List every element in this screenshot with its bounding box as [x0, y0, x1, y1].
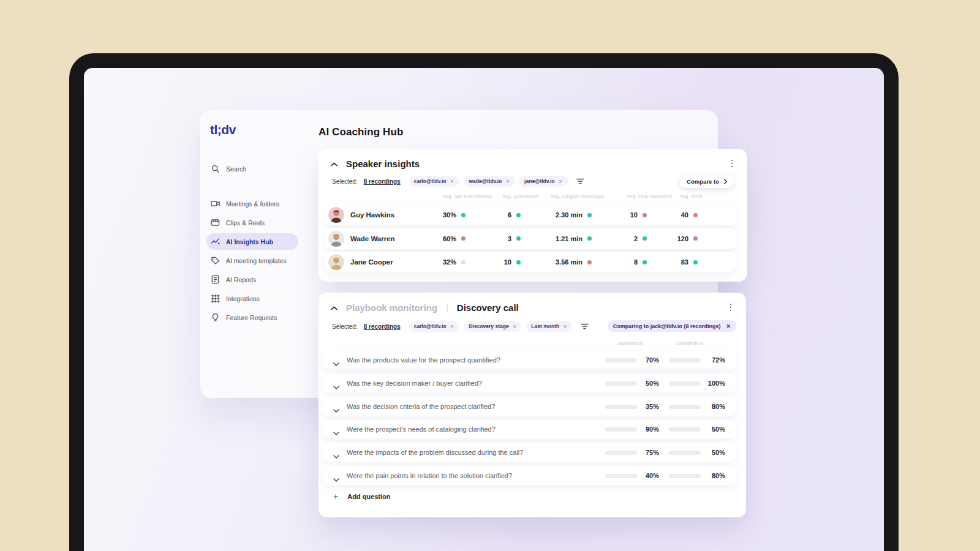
- question-row[interactable]: Was the key decision maker / buyer clari…: [323, 374, 736, 392]
- metric-cell: 1.21 min: [530, 228, 592, 249]
- kebab-menu-icon[interactable]: [728, 159, 736, 168]
- sidebar-item-label: Feature Requests: [226, 314, 277, 321]
- video-icon: [211, 199, 220, 208]
- chevron-down-icon[interactable]: [333, 427, 339, 438]
- question-text: Was the products value for the prospect …: [347, 356, 500, 364]
- question-text: Were the impacts of the problem discusse…: [347, 449, 523, 456]
- filter-chip[interactable]: wade@tldv.io ✕: [464, 176, 514, 187]
- question-row[interactable]: Were the prospect's needs of cataloging …: [323, 420, 736, 438]
- percent-right: 80%: [701, 403, 725, 410]
- progress-bar-right: [669, 474, 701, 478]
- sidebar-search[interactable]: Search: [206, 160, 298, 177]
- comparing-badge[interactable]: Comparing to jack@tldv.io (8 recordings)…: [608, 320, 736, 332]
- collapse-chevron-icon[interactable]: [331, 158, 337, 169]
- selected-label: Selected:: [332, 178, 358, 185]
- playbook-panel: Playbook monitoring | Discovery call Sel…: [318, 293, 746, 517]
- percent-right: 80%: [701, 472, 725, 479]
- sidebar-item-templates[interactable]: AI meeting templates: [206, 252, 298, 269]
- speaker-row[interactable]: Guy Hawkins 30% 6 2.30 min 10 40: [325, 204, 736, 225]
- chevron-down-icon[interactable]: [333, 358, 339, 369]
- question-row[interactable]: Was the products value for the prospect …: [323, 351, 736, 369]
- filter-chip[interactable]: carlo@tldv.io ✕: [409, 176, 459, 187]
- remove-chip-icon[interactable]: ✕: [563, 324, 567, 329]
- question-text: Were the prospect's needs of cataloging …: [347, 425, 496, 433]
- sidebar-item-insights-hub[interactable]: AI Insights Hub: [206, 233, 298, 250]
- column-header: Avg. WPM: [680, 193, 703, 199]
- selected-count[interactable]: 8 recordings: [364, 323, 401, 330]
- percent-right: 72%: [701, 356, 725, 364]
- sidebar-item-label: Meetings & folders: [226, 200, 279, 208]
- percent-right: 50%: [701, 425, 725, 433]
- add-question-button[interactable]: + Add question: [333, 492, 390, 501]
- filter-chip[interactable]: jane@tldv.io ✕: [519, 176, 567, 187]
- report-icon: [211, 275, 220, 284]
- metric-cell: 3.56 min: [530, 252, 592, 272]
- close-icon[interactable]: ✕: [726, 323, 731, 329]
- progress-bar-right: [669, 427, 701, 432]
- progress-bar-right: [669, 451, 701, 455]
- status-dot-icon: [516, 236, 521, 241]
- title-divider: |: [446, 302, 448, 312]
- playbook-filter-chips: carlo@tldv.io ✕ Discovery stage ✕ Last m…: [409, 321, 572, 332]
- speaker-name: Wade Warren: [350, 235, 395, 242]
- question-row[interactable]: Was the decision criteria of the prospec…: [323, 397, 736, 416]
- sidebar-item-features[interactable]: Feature Requests: [206, 309, 298, 326]
- avatar: [328, 254, 344, 270]
- tldv-logo: tl;dv: [210, 122, 236, 137]
- chevron-down-icon[interactable]: [333, 473, 339, 484]
- question-text: Was the key decision maker / buyer clari…: [347, 380, 482, 387]
- column-header: Avg. Talk time/meeting: [443, 193, 492, 199]
- question-row[interactable]: Were the pain points in relation to the …: [323, 467, 736, 485]
- selected-count[interactable]: 8 recordings: [364, 178, 401, 185]
- remove-chip-icon[interactable]: ✕: [559, 179, 563, 184]
- laptop-frame: tl;dv Search Meetings & folders Clips & …: [69, 53, 899, 551]
- remove-chip-icon[interactable]: ✕: [450, 179, 454, 184]
- question-row[interactable]: Were the impacts of the problem discusse…: [323, 443, 736, 462]
- bulb-icon: [211, 313, 220, 322]
- filter-icon[interactable]: [581, 323, 589, 329]
- progress-bar-left: [605, 381, 637, 386]
- speaker-row[interactable]: Wade Warren 60% 3 1.21 min 2 120: [325, 228, 736, 249]
- speaker-insights-panel: Speaker insights Selected: 8 recordings …: [318, 149, 747, 282]
- filter-chip[interactable]: Last month ✕: [526, 321, 572, 332]
- percent-left: 70%: [637, 356, 659, 364]
- speaker-name: Jane Cooper: [350, 258, 393, 266]
- collapse-chevron-icon[interactable]: [331, 302, 337, 313]
- filter-chip[interactable]: carlo@tldv.io ✕: [409, 321, 459, 332]
- remove-chip-icon[interactable]: ✕: [450, 324, 454, 329]
- chevron-down-icon[interactable]: [333, 404, 339, 415]
- progress-bar-left: [605, 405, 637, 409]
- remove-chip-icon[interactable]: ✕: [505, 179, 510, 184]
- metric-cell: 6: [459, 204, 521, 225]
- sidebar-item-reports[interactable]: AI Reports: [206, 271, 298, 288]
- grid-icon: [211, 294, 220, 303]
- laptop-screen: tl;dv Search Meetings & folders Clips & …: [84, 68, 884, 551]
- progress-bar-left: [605, 427, 637, 432]
- playbook-title: Discovery call: [457, 302, 519, 313]
- selected-label: Selected:: [332, 323, 358, 330]
- metric-cell: 83: [636, 252, 698, 272]
- sidebar-search-label: Search: [226, 165, 246, 173]
- speaker-row[interactable]: Jane Cooper 32% 10 3.56 min 8 83: [325, 252, 736, 272]
- chevron-right-icon: [724, 179, 727, 184]
- percent-left: 50%: [637, 380, 659, 387]
- sidebar-item-label: AI Insights Hub: [226, 238, 273, 246]
- sidebar-item-meetings[interactable]: Meetings & folders: [206, 195, 298, 212]
- trend-icon: [211, 237, 220, 246]
- filter-chip[interactable]: Discovery stage ✕: [464, 321, 521, 332]
- percent-left: 90%: [637, 425, 659, 433]
- remove-chip-icon[interactable]: ✕: [513, 324, 517, 329]
- sidebar-item-clips[interactable]: Clips & Reels: [206, 214, 298, 231]
- metric-cell: 2.30 min: [530, 204, 592, 225]
- sidebar-item-integrations[interactable]: Integrations: [206, 290, 298, 307]
- chevron-down-icon[interactable]: [333, 450, 339, 461]
- filter-icon[interactable]: [576, 178, 584, 184]
- column-header: Avg. Filler words/min: [627, 193, 673, 199]
- playbook-title-muted: Playbook monitoring: [346, 302, 437, 313]
- kebab-menu-icon[interactable]: [726, 302, 735, 312]
- question-text: Was the decision criteria of the prospec…: [347, 403, 495, 410]
- progress-bar-right: [669, 358, 701, 362]
- chevron-down-icon[interactable]: [333, 381, 339, 392]
- compare-to-button[interactable]: Compare to: [680, 175, 734, 188]
- sidebar-item-label: Clips & Reels: [226, 219, 265, 227]
